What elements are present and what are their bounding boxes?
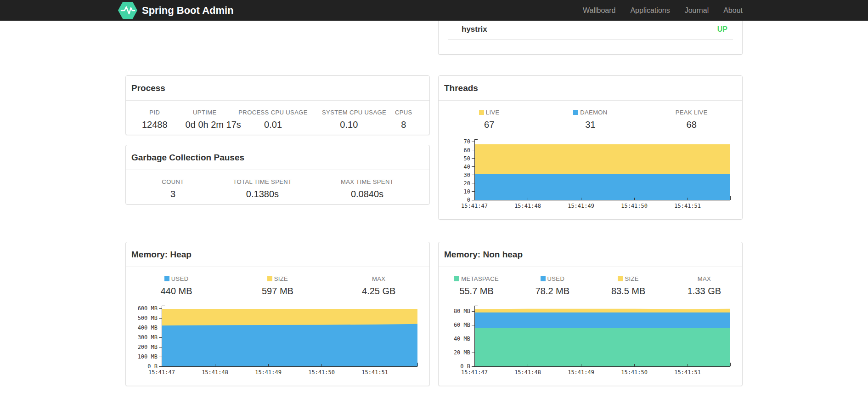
nonheap-metaspace-swatch-icon — [454, 276, 459, 281]
nonheap-used-value: 78.2 MB — [514, 283, 590, 301]
svg-text:60 MB: 60 MB — [454, 322, 470, 328]
nav-item-applications[interactable]: Applications — [615, 6, 670, 15]
nav-item-about[interactable]: About — [709, 6, 743, 15]
svg-text:15:41:50: 15:41:50 — [308, 369, 335, 376]
memory-row: Memory: Heap USED 440 MB SIZE 597 MB MAX… — [125, 242, 743, 386]
application-status-badge: UP — [717, 25, 727, 34]
svg-text:15:41:48: 15:41:48 — [514, 369, 541, 376]
svg-text:15:41:48: 15:41:48 — [514, 203, 541, 209]
heap-size-label: SIZE — [227, 267, 328, 283]
svg-text:15:41:47: 15:41:47 — [461, 369, 488, 376]
gc-total-time-label: TOTAL TIME SPENT — [220, 170, 305, 186]
svg-text:15:41:48: 15:41:48 — [202, 369, 228, 376]
svg-text:15:41:50: 15:41:50 — [621, 203, 648, 209]
top-navbar: Spring Boot Admin Wallboard Applications… — [0, 0, 868, 21]
system-cpu-usage-value: 0.10 — [320, 117, 378, 135]
system-cpu-usage-label: SYSTEM CPU USAGE — [320, 101, 378, 117]
svg-text:0: 0 — [467, 197, 470, 203]
gc-panel-title: Garbage Collection Pauses — [126, 145, 429, 170]
memory-heap-panel: Memory: Heap USED 440 MB SIZE 597 MB MAX… — [125, 242, 430, 386]
nonheap-used-label: USED — [514, 267, 590, 283]
svg-text:30: 30 — [464, 172, 470, 178]
gc-stats: COUNT 3 TOTAL TIME SPENT 0.1380s MAX TIM… — [126, 170, 429, 204]
nonheap-max-label: MAX — [666, 267, 742, 283]
pid-value: 12488 — [126, 117, 184, 135]
threads-panel: Threads LIVE 67 DAEMON 31 PEAK LIVE 68 — [438, 75, 743, 220]
gc-total-time-value: 0.1380s — [220, 186, 305, 204]
svg-text:15:41:49: 15:41:49 — [255, 369, 282, 376]
svg-text:15:41:49: 15:41:49 — [568, 203, 594, 209]
brand-title: Spring Boot Admin — [142, 5, 234, 17]
uptime-value: 0d 0h 2m 17s — [184, 117, 226, 135]
memory-nonheap-stats: METASPACE 55.7 MB USED 78.2 MB SIZE 83.5… — [439, 267, 742, 301]
process-panel-title: Process — [126, 76, 429, 101]
heap-used-value: 440 MB — [126, 283, 227, 301]
svg-text:50: 50 — [464, 155, 470, 162]
svg-text:40: 40 — [464, 164, 470, 170]
threads-daemon-swatch-icon — [573, 110, 578, 115]
threads-live-value: 67 — [439, 117, 540, 135]
svg-text:15:41:51: 15:41:51 — [361, 369, 388, 376]
threads-live-label: LIVE — [439, 101, 540, 117]
process-stats: PID 12488 UPTIME 0d 0h 2m 17s PROCESS CP… — [126, 101, 429, 135]
nav-item-wallboard[interactable]: Wallboard — [568, 6, 615, 15]
nonheap-size-swatch-icon — [618, 276, 623, 281]
svg-text:100 MB: 100 MB — [138, 353, 158, 360]
pid-label: PID — [126, 101, 184, 117]
heap-used-swatch-icon — [164, 276, 169, 281]
nonheap-metaspace-label: METASPACE — [439, 267, 514, 283]
uptime-label: UPTIME — [184, 101, 226, 117]
gc-max-time-label: MAX TIME SPENT — [305, 170, 429, 186]
svg-text:40 MB: 40 MB — [454, 336, 470, 342]
svg-text:20 MB: 20 MB — [454, 349, 470, 356]
svg-text:15:41:51: 15:41:51 — [674, 369, 701, 376]
heap-size-swatch-icon — [267, 276, 272, 281]
threads-stats: LIVE 67 DAEMON 31 PEAK LIVE 68 — [439, 101, 742, 135]
cpus-label: CPUS — [378, 101, 429, 117]
svg-text:500 MB: 500 MB — [138, 315, 158, 321]
threads-daemon-value: 31 — [540, 117, 641, 135]
svg-text:0 B: 0 B — [147, 363, 158, 370]
svg-text:15:41:47: 15:41:47 — [461, 203, 488, 209]
svg-text:600 MB: 600 MB — [138, 305, 158, 312]
svg-text:15:41:49: 15:41:49 — [568, 369, 594, 376]
process-panel: Process PID 12488 UPTIME 0d 0h 2m 17s PR… — [125, 75, 430, 135]
svg-text:400 MB: 400 MB — [138, 325, 158, 331]
process-cpu-usage-value: 0.01 — [226, 117, 320, 135]
memory-heap-panel-title: Memory: Heap — [126, 242, 429, 267]
brand-link[interactable]: Spring Boot Admin — [118, 2, 234, 19]
nonheap-used-swatch-icon — [541, 276, 546, 281]
svg-text:0 B: 0 B — [460, 363, 470, 370]
application-row-hystrix[interactable]: hystrix UP — [448, 21, 733, 40]
threads-daemon-label: DAEMON — [540, 101, 641, 117]
svg-text:10: 10 — [464, 188, 470, 195]
svg-text:60: 60 — [464, 147, 470, 154]
svg-text:80 MB: 80 MB — [454, 308, 470, 314]
navbar-links: Wallboard Applications Journal About — [568, 6, 743, 15]
top-row: hystrix UP — [125, 21, 743, 55]
memory-nonheap-panel-title: Memory: Non heap — [439, 242, 742, 267]
svg-text:70: 70 — [464, 138, 470, 145]
svg-text:200 MB: 200 MB — [138, 344, 158, 350]
svg-text:15:41:50: 15:41:50 — [621, 369, 648, 376]
nav-item-journal[interactable]: Journal — [670, 6, 709, 15]
threads-chart: 01020304050607015:41:4715:41:4815:41:491… — [439, 135, 742, 219]
svg-text:15:41:47: 15:41:47 — [148, 369, 175, 376]
memory-nonheap-panel: Memory: Non heap METASPACE 55.7 MB USED … — [438, 242, 743, 386]
threads-live-swatch-icon — [479, 110, 484, 115]
nonheap-size-value: 83.5 MB — [591, 283, 666, 301]
memory-nonheap-chart: 0 B20 MB40 MB60 MB80 MB15:41:4715:41:481… — [439, 301, 742, 386]
gc-max-time-value: 0.0840s — [305, 186, 429, 204]
gc-count-label: COUNT — [126, 170, 220, 186]
spring-boot-admin-logo-icon — [118, 2, 137, 19]
gc-panel: Garbage Collection Pauses COUNT 3 TOTAL … — [125, 145, 430, 205]
gc-count-value: 3 — [126, 186, 220, 204]
heap-used-label: USED — [126, 267, 227, 283]
nonheap-size-label: SIZE — [591, 267, 666, 283]
heap-max-label: MAX — [328, 267, 429, 283]
heap-max-value: 4.25 GB — [328, 283, 429, 301]
heap-size-value: 597 MB — [227, 283, 328, 301]
application-name[interactable]: hystrix — [462, 25, 487, 34]
cpus-value: 8 — [378, 117, 429, 135]
application-status-panel: hystrix UP — [438, 21, 743, 55]
